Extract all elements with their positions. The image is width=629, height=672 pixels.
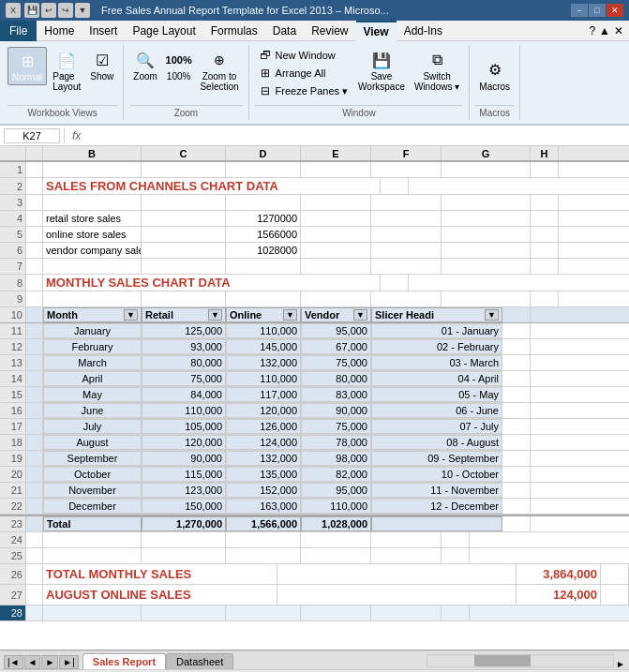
cell-22-vendor[interactable]: 110,000 <box>301 499 371 514</box>
cell-6-f[interactable] <box>371 243 442 258</box>
cell-1-a[interactable] <box>26 162 43 177</box>
retail-filter-btn[interactable]: ▼ <box>208 309 222 321</box>
cell-23-f[interactable] <box>371 516 502 531</box>
sheet-nav-first[interactable]: |◄ <box>4 655 23 669</box>
cell-13-vendor[interactable]: 75,000 <box>301 355 371 370</box>
btn-page-layout[interactable]: 📄 PageLayout <box>49 47 84 94</box>
minimize-btn[interactable]: − <box>571 4 588 17</box>
cell-18-slicer[interactable]: 08 - August <box>371 435 502 450</box>
cell-25-b[interactable] <box>43 548 142 563</box>
cell-26-total[interactable]: 3,864,000 <box>517 564 601 584</box>
cell-14-a[interactable] <box>26 371 43 386</box>
cell-28-c[interactable] <box>142 605 226 620</box>
col-header-h[interactable]: H <box>531 146 559 160</box>
cell-16-h[interactable] <box>502 403 531 418</box>
sheet-nav-last[interactable]: ►| <box>59 655 79 669</box>
cell-14-vendor[interactable]: 80,000 <box>301 371 371 386</box>
cell-24-a[interactable] <box>26 532 43 547</box>
col-header-f[interactable]: F <box>371 146 442 160</box>
cell-25-d[interactable] <box>226 548 301 563</box>
cell-10-c[interactable]: Retail ▼ <box>142 307 226 322</box>
menu-review[interactable]: Review <box>304 21 355 41</box>
cell-3-f[interactable] <box>371 195 442 210</box>
cell-17-vendor[interactable]: 75,000 <box>301 419 371 434</box>
cell-9-d[interactable] <box>226 291 301 306</box>
col-header-g[interactable]: G <box>442 146 531 160</box>
cell-13-h[interactable] <box>502 355 531 370</box>
cell-22-online[interactable]: 163,000 <box>226 499 301 514</box>
cell-5-c[interactable] <box>142 227 226 242</box>
cell-3-e[interactable] <box>301 195 371 210</box>
col-header-e[interactable]: E <box>301 146 371 160</box>
cell-21-h[interactable] <box>502 483 531 498</box>
cell-13-online[interactable]: 132,000 <box>226 355 301 370</box>
cell-5-g[interactable] <box>442 227 531 242</box>
btn-new-window[interactable]: 🗗 New Window <box>255 47 352 64</box>
cell-23-a[interactable] <box>26 516 43 531</box>
cell-28-h[interactable] <box>442 605 470 620</box>
cell-19-month[interactable]: September <box>43 451 142 466</box>
cell-7-g[interactable] <box>442 259 531 274</box>
cell-3-a[interactable] <box>26 195 43 210</box>
scrollbar-horizontal[interactable] <box>427 654 614 667</box>
cell-11-h[interactable] <box>502 323 531 338</box>
menu-data[interactable]: Data <box>265 21 304 41</box>
cell-17-month[interactable]: July <box>43 419 142 434</box>
cell-20-retail[interactable]: 115,000 <box>142 467 226 482</box>
cell-12-month[interactable]: February <box>43 339 142 354</box>
cell-18-month[interactable]: August <box>43 435 142 450</box>
cell-1-d[interactable] <box>226 162 301 177</box>
cell-23-h[interactable] <box>502 516 531 531</box>
cell-18-a[interactable] <box>26 435 43 450</box>
cell-14-month[interactable]: April <box>43 371 142 386</box>
cell-21-month[interactable]: November <box>43 483 142 498</box>
cell-10-e[interactable]: Vendor ▼ <box>301 307 371 322</box>
cell-16-slicer[interactable]: 06 - June <box>371 403 502 418</box>
cell-9-h[interactable] <box>531 291 559 306</box>
cell-3-b[interactable] <box>43 195 142 210</box>
cell-13-retail[interactable]: 80,000 <box>142 355 226 370</box>
cell-23-b[interactable]: Total <box>43 516 142 531</box>
btn-switch-windows[interactable]: ⧉ SwitchWindows ▾ <box>411 47 463 103</box>
cell-8-h[interactable] <box>381 275 409 291</box>
cell-16-online[interactable]: 120,000 <box>226 403 301 418</box>
cell-22-month[interactable]: December <box>43 499 142 514</box>
cell-15-vendor[interactable]: 83,000 <box>301 387 371 402</box>
cell-6-d[interactable]: 1028000 <box>226 243 301 258</box>
cell-27-total[interactable]: 124,000 <box>517 585 601 605</box>
cell-13-month[interactable]: March <box>43 355 142 370</box>
cell-20-a[interactable] <box>26 467 43 482</box>
cell-4-b[interactable]: retail store sales <box>43 211 142 226</box>
cell-12-a[interactable] <box>26 339 43 354</box>
cell-27-h[interactable] <box>601 585 629 605</box>
sheet-tab-sales-report[interactable]: Sales Report <box>82 653 166 669</box>
cell-25-a[interactable] <box>26 548 43 563</box>
cell-1-f[interactable] <box>371 162 442 177</box>
cell-10-f[interactable]: Slicer Headi ▼ <box>371 307 502 322</box>
cell-15-online[interactable]: 117,000 <box>226 387 301 402</box>
cell-2-b[interactable]: SALES FROM CHANNELS CHART DATA <box>43 178 381 194</box>
cell-1-h[interactable] <box>531 162 559 177</box>
cell-18-online[interactable]: 124,000 <box>226 435 301 450</box>
btn-zoom[interactable]: 🔍 Zoom <box>129 47 161 83</box>
cell-19-a[interactable] <box>26 451 43 466</box>
cell-21-vendor[interactable]: 95,000 <box>301 483 371 498</box>
cell-6-c[interactable] <box>142 243 226 258</box>
cell-12-online[interactable]: 145,000 <box>226 339 301 354</box>
cell-19-retail[interactable]: 90,000 <box>142 451 226 466</box>
close-doc-icon[interactable]: ✕ <box>614 24 623 37</box>
cell-23-d[interactable]: 1,566,000 <box>226 516 301 531</box>
sheet-nav-next[interactable]: ► <box>41 655 58 669</box>
undo-icon[interactable]: ↩ <box>41 3 56 18</box>
cell-24-d[interactable] <box>226 532 301 547</box>
cell-13-a[interactable] <box>26 355 43 370</box>
cell-1-g[interactable] <box>442 162 531 177</box>
cell-13-slicer[interactable]: 03 - March <box>371 355 502 370</box>
cell-28-b[interactable] <box>43 605 142 620</box>
col-header-b[interactable]: B <box>43 146 142 160</box>
btn-100percent[interactable]: 100% 100% <box>163 47 195 83</box>
cell-3-g[interactable] <box>442 195 531 210</box>
cell-17-retail[interactable]: 105,000 <box>142 419 226 434</box>
menu-formulas[interactable]: Formulas <box>203 21 265 41</box>
cell-9-g[interactable] <box>442 291 531 306</box>
